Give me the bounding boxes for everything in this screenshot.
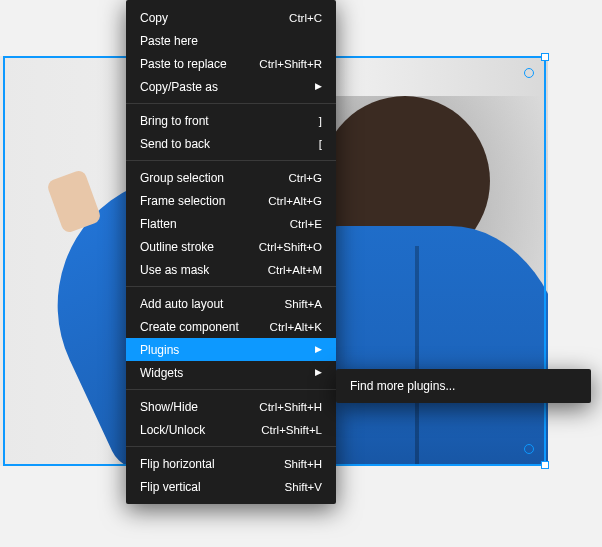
menu-item-show-hide[interactable]: Show/HideCtrl+Shift+H bbox=[126, 395, 336, 418]
menu-separator bbox=[126, 103, 336, 104]
menu-item-label: Plugins bbox=[140, 343, 305, 357]
menu-item-label: Add auto layout bbox=[140, 297, 275, 311]
menu-item-shortcut: Ctrl+Alt+K bbox=[270, 321, 322, 333]
menu-item-send-to-back[interactable]: Send to back[ bbox=[126, 132, 336, 155]
menu-item-shortcut: Shift+A bbox=[285, 298, 322, 310]
menu-item-label: Paste here bbox=[140, 34, 322, 48]
menu-item-label: Flatten bbox=[140, 217, 280, 231]
plugins-submenu[interactable]: Find more plugins... bbox=[336, 369, 591, 403]
submenu-item-find-more-plugins[interactable]: Find more plugins... bbox=[336, 375, 591, 397]
menu-item-flip-vertical[interactable]: Flip verticalShift+V bbox=[126, 475, 336, 498]
menu-item-group-selection[interactable]: Group selectionCtrl+G bbox=[126, 166, 336, 189]
menu-item-label: Group selection bbox=[140, 171, 278, 185]
menu-separator bbox=[126, 446, 336, 447]
menu-item-shortcut: Ctrl+Shift+L bbox=[261, 424, 322, 436]
menu-item-flatten[interactable]: FlattenCtrl+E bbox=[126, 212, 336, 235]
menu-item-plugins[interactable]: Plugins▶ bbox=[126, 338, 336, 361]
design-canvas[interactable]: CopyCtrl+CPaste herePaste to replaceCtrl… bbox=[0, 0, 602, 547]
menu-item-label: Send to back bbox=[140, 137, 309, 151]
image-seam bbox=[415, 246, 419, 466]
menu-item-copy-paste-as[interactable]: Copy/Paste as▶ bbox=[126, 75, 336, 98]
menu-item-shortcut: Ctrl+Alt+M bbox=[268, 264, 322, 276]
menu-item-label: Copy bbox=[140, 11, 279, 25]
menu-item-widgets[interactable]: Widgets▶ bbox=[126, 361, 336, 384]
menu-item-frame-selection[interactable]: Frame selectionCtrl+Alt+G bbox=[126, 189, 336, 212]
menu-item-shortcut: Ctrl+E bbox=[290, 218, 322, 230]
menu-item-shortcut: Ctrl+Shift+H bbox=[259, 401, 322, 413]
menu-separator bbox=[126, 160, 336, 161]
menu-item-label: Show/Hide bbox=[140, 400, 249, 414]
menu-item-create-component[interactable]: Create componentCtrl+Alt+K bbox=[126, 315, 336, 338]
menu-item-shortcut: Ctrl+Alt+G bbox=[268, 195, 322, 207]
menu-item-label: Flip horizontal bbox=[140, 457, 274, 471]
menu-item-bring-to-front[interactable]: Bring to front] bbox=[126, 109, 336, 132]
menu-item-copy[interactable]: CopyCtrl+C bbox=[126, 6, 336, 29]
menu-item-shortcut: Ctrl+Shift+O bbox=[259, 241, 322, 253]
menu-item-shortcut: Ctrl+G bbox=[288, 172, 322, 184]
menu-item-label: Frame selection bbox=[140, 194, 258, 208]
menu-item-label: Create component bbox=[140, 320, 260, 334]
menu-item-shortcut: Ctrl+Shift+R bbox=[259, 58, 322, 70]
menu-item-paste-here[interactable]: Paste here bbox=[126, 29, 336, 52]
menu-item-lock-unlock[interactable]: Lock/UnlockCtrl+Shift+L bbox=[126, 418, 336, 441]
menu-item-flip-horizontal[interactable]: Flip horizontalShift+H bbox=[126, 452, 336, 475]
menu-item-label: Outline stroke bbox=[140, 240, 249, 254]
menu-item-shortcut: Shift+H bbox=[284, 458, 322, 470]
menu-item-paste-to-replace[interactable]: Paste to replaceCtrl+Shift+R bbox=[126, 52, 336, 75]
chevron-right-icon: ▶ bbox=[315, 368, 322, 377]
menu-item-outline-stroke[interactable]: Outline strokeCtrl+Shift+O bbox=[126, 235, 336, 258]
menu-item-label: Widgets bbox=[140, 366, 305, 380]
menu-item-label: Lock/Unlock bbox=[140, 423, 251, 437]
menu-separator bbox=[126, 286, 336, 287]
menu-item-shortcut: ] bbox=[319, 115, 322, 127]
menu-separator bbox=[126, 389, 336, 390]
submenu-item-label: Find more plugins... bbox=[350, 379, 577, 393]
menu-item-add-auto-layout[interactable]: Add auto layoutShift+A bbox=[126, 292, 336, 315]
menu-item-label: Copy/Paste as bbox=[140, 80, 305, 94]
menu-item-shortcut: [ bbox=[319, 138, 322, 150]
chevron-right-icon: ▶ bbox=[315, 345, 322, 354]
menu-item-label: Bring to front bbox=[140, 114, 309, 128]
menu-item-label: Flip vertical bbox=[140, 480, 275, 494]
menu-item-label: Paste to replace bbox=[140, 57, 249, 71]
context-menu[interactable]: CopyCtrl+CPaste herePaste to replaceCtrl… bbox=[126, 0, 336, 504]
menu-item-use-as-mask[interactable]: Use as maskCtrl+Alt+M bbox=[126, 258, 336, 281]
menu-item-label: Use as mask bbox=[140, 263, 258, 277]
chevron-right-icon: ▶ bbox=[315, 82, 322, 91]
menu-item-shortcut: Shift+V bbox=[285, 481, 322, 493]
menu-item-shortcut: Ctrl+C bbox=[289, 12, 322, 24]
